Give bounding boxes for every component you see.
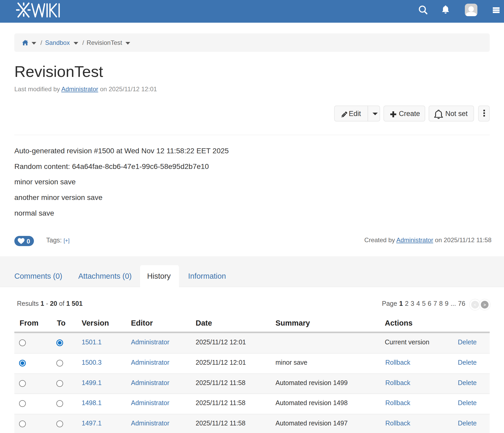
svg-text:>: > xyxy=(483,303,486,307)
svg-text:<: < xyxy=(474,303,476,307)
